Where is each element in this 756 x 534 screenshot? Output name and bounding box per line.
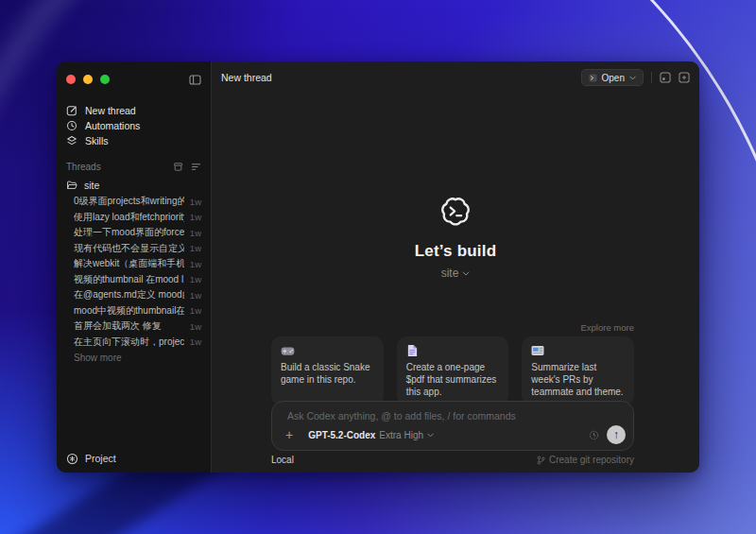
thread-title: 视频的thumbnail 在mood l1界面还…	[74, 273, 184, 286]
nav-label: Skills	[85, 135, 109, 146]
thread-list-item[interactable]: 0级界面projects和writing的加载动… 1w	[57, 194, 211, 210]
traffic-lights	[66, 75, 110, 84]
thread-time: 1w	[190, 243, 201, 253]
thread-list-item[interactable]: 处理一下mood界面的forced reflow 1w	[57, 225, 211, 241]
panel-split-icon[interactable]	[660, 72, 671, 83]
project-icon	[66, 453, 78, 465]
main-panel: New thread Open	[212, 61, 699, 473]
compose-icon	[66, 105, 77, 116]
thread-list-item[interactable]: mood中视频的thumbnail在手机端… 1w	[57, 303, 211, 319]
minimize-window-button[interactable]	[83, 75, 93, 84]
sort-icon[interactable]	[191, 162, 201, 172]
open-folder-icon	[66, 180, 77, 191]
thread-list-item[interactable]: 解决webkit（桌面端和手机端）Saf… 1w	[57, 256, 211, 272]
card-text: Summarize last week's PRs by teammate an…	[531, 361, 625, 398]
archive-icon[interactable]	[173, 162, 183, 172]
card-text: Create a one-page $pdf that summarizes t…	[406, 361, 500, 398]
git-branch-icon	[537, 456, 545, 465]
project-label: Project	[85, 453, 116, 464]
thread-list: 0级界面projects和writing的加载动… 1w 使用lazy load…	[57, 194, 211, 350]
hero-title: Let’s build	[212, 242, 699, 261]
window-titlebar	[57, 61, 211, 92]
chevron-down-icon	[629, 76, 636, 80]
newspaper-icon	[531, 344, 625, 357]
sidebar-toggle-icon[interactable]	[189, 74, 201, 86]
environment-label: Local	[271, 455, 294, 465]
prompt-input[interactable]	[285, 409, 620, 422]
codex-logo-icon	[436, 192, 475, 231]
thread-title: 首屏会加载两次 修复	[74, 319, 184, 333]
codex-app-window: New thread Automations Skills Threads	[57, 61, 699, 473]
thread-list-item[interactable]: 使用lazy load和fetchpriority=high… 1w	[57, 210, 211, 226]
open-button-label: Open	[602, 73, 625, 83]
nav-label: New thread	[85, 105, 136, 116]
thread-time: 1w	[190, 336, 201, 347]
model-selector[interactable]: GPT-5.2-Codex Extra High	[308, 430, 434, 440]
chevron-down-icon	[427, 433, 434, 438]
panel-new-icon[interactable]	[679, 72, 690, 83]
hero: Let’s build site	[212, 192, 699, 281]
thread-time: 1w	[190, 290, 201, 301]
project-selector[interactable]: Project	[57, 450, 126, 467]
sidebar-folder-site[interactable]: site	[57, 177, 211, 193]
thread-list-item[interactable]: 现有代码也不会显示自定义emoji了 … 1w	[57, 241, 211, 257]
sidebar-item-automations[interactable]: Automations	[57, 118, 211, 133]
attach-plus-icon[interactable]: +	[285, 428, 293, 441]
suggestion-card-snake[interactable]: Build a classic Snake game in this repo.	[271, 336, 384, 405]
card-text: Build a classic Snake game in this repo.	[281, 361, 374, 386]
sidebar-item-skills[interactable]: Skills	[57, 133, 211, 148]
nav-label: Automations	[85, 120, 140, 131]
target-label: site	[441, 267, 459, 280]
composer-toolbar: + GPT-5.2-Codex Extra High ↑	[285, 425, 626, 444]
divider	[651, 72, 652, 83]
terminal-icon	[589, 74, 597, 82]
usage-clock-icon[interactable]	[589, 430, 599, 440]
thread-list-item[interactable]: 首屏会加载两次 修复 1w	[57, 319, 211, 335]
arrow-up-icon: ↑	[613, 428, 619, 441]
folder-label: site	[84, 180, 99, 191]
statusbar: Local Create git repository	[271, 455, 634, 465]
thread-title: 0级界面projects和writing的加载动…	[74, 195, 184, 208]
thread-title: 解决webkit（桌面端和手机端）Saf…	[74, 257, 184, 270]
thread-time: 1w	[190, 259, 201, 269]
thread-time: 1w	[190, 197, 201, 207]
thread-title: 处理一下mood界面的forced reflow	[74, 226, 184, 239]
explore-more-link[interactable]: Explore more	[271, 322, 634, 333]
thread-list-item[interactable]: 在主页向下滚动时，projects会强制… 1w	[57, 335, 211, 351]
suggestion-card-pdf[interactable]: Create a one-page $pdf that summarizes t…	[397, 336, 509, 405]
skills-icon	[66, 135, 77, 146]
zoom-window-button[interactable]	[100, 75, 110, 84]
main-header: New thread Open	[212, 61, 699, 90]
model-effort: Extra High	[379, 430, 423, 440]
thread-list-item[interactable]: 在@agents.md定义 mood的三级页… 1w	[57, 287, 211, 303]
suggestion-card-prs[interactable]: Summarize last week's PRs by teammate an…	[522, 336, 634, 405]
sidebar: New thread Automations Skills Threads	[57, 61, 212, 473]
threads-section-header: Threads	[57, 160, 211, 173]
send-button[interactable]: ↑	[607, 425, 626, 444]
thread-time: 1w	[190, 274, 201, 284]
create-git-repo-button[interactable]: Create git repository	[537, 455, 634, 465]
model-name: GPT-5.2-Codex	[308, 430, 375, 440]
thread-title: mood中视频的thumbnail在手机端…	[74, 304, 184, 318]
thread-time: 1w	[190, 228, 201, 238]
thread-title: 使用lazy load和fetchpriority=high…	[74, 211, 184, 224]
close-window-button[interactable]	[66, 75, 76, 84]
sidebar-item-new-thread[interactable]: New thread	[57, 103, 211, 118]
target-selector[interactable]: site	[441, 267, 471, 280]
thread-time: 1w	[190, 212, 201, 222]
gamepad-icon	[281, 344, 374, 357]
document-icon	[406, 344, 500, 357]
clock-icon	[66, 120, 77, 131]
suggestion-cards: Build a classic Snake game in this repo.…	[271, 336, 634, 405]
page-title: New thread	[221, 72, 272, 83]
sidebar-nav: New thread Automations Skills	[57, 103, 211, 148]
thread-time: 1w	[190, 305, 201, 316]
thread-list-item[interactable]: 视频的thumbnail 在mood l1界面还… 1w	[57, 272, 211, 288]
threads-header-label: Threads	[66, 162, 101, 172]
thread-title: 现有代码也不会显示自定义emoji了 …	[74, 242, 184, 255]
create-git-repo-label: Create git repository	[549, 455, 634, 465]
thread-title: 在@agents.md定义 mood的三级页…	[74, 288, 184, 301]
chevron-down-icon	[462, 271, 470, 276]
open-button[interactable]: Open	[581, 69, 644, 86]
show-more-button[interactable]: Show more	[57, 350, 211, 363]
